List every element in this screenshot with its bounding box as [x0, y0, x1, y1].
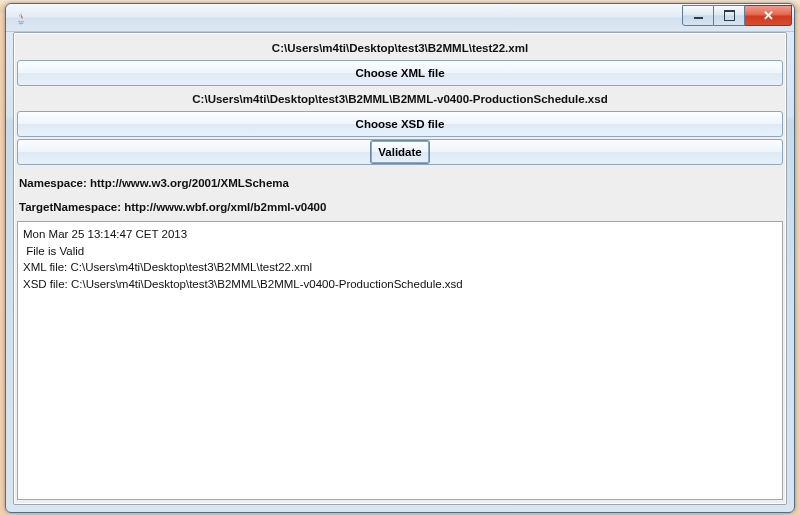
minimize-button[interactable]	[682, 5, 714, 26]
namespace-label: Namespace: http://www.w3.org/2001/XMLSch…	[17, 169, 783, 193]
validate-button[interactable]: Validate	[371, 141, 428, 163]
app-window: ✕ C:\Users\m4ti\Desktop\test3\B2MML\test…	[5, 3, 795, 513]
maximize-button[interactable]	[714, 5, 745, 26]
target-namespace-label: TargetNamespace: http://www.wbf.org/xml/…	[17, 193, 783, 217]
content-pane: C:\Users\m4ti\Desktop\test3\B2MML\test22…	[13, 32, 787, 505]
xsd-path-label: C:\Users\m4ti\Desktop\test3\B2MML\B2MML-…	[17, 88, 783, 111]
java-icon	[13, 10, 29, 26]
choose-xsd-button[interactable]: Choose XSD file	[17, 111, 783, 137]
maximize-icon	[724, 10, 735, 21]
window-controls: ✕	[682, 5, 792, 25]
close-icon: ✕	[763, 9, 774, 22]
close-button[interactable]: ✕	[745, 5, 792, 26]
output-textarea[interactable]: Mon Mar 25 13:14:47 CET 2013 File is Val…	[17, 221, 783, 500]
minimize-icon	[694, 17, 703, 19]
validate-row: Validate	[17, 139, 783, 165]
titlebar[interactable]: ✕	[6, 4, 794, 32]
xml-path-label: C:\Users\m4ti\Desktop\test3\B2MML\test22…	[17, 37, 783, 60]
choose-xml-button[interactable]: Choose XML file	[17, 60, 783, 86]
